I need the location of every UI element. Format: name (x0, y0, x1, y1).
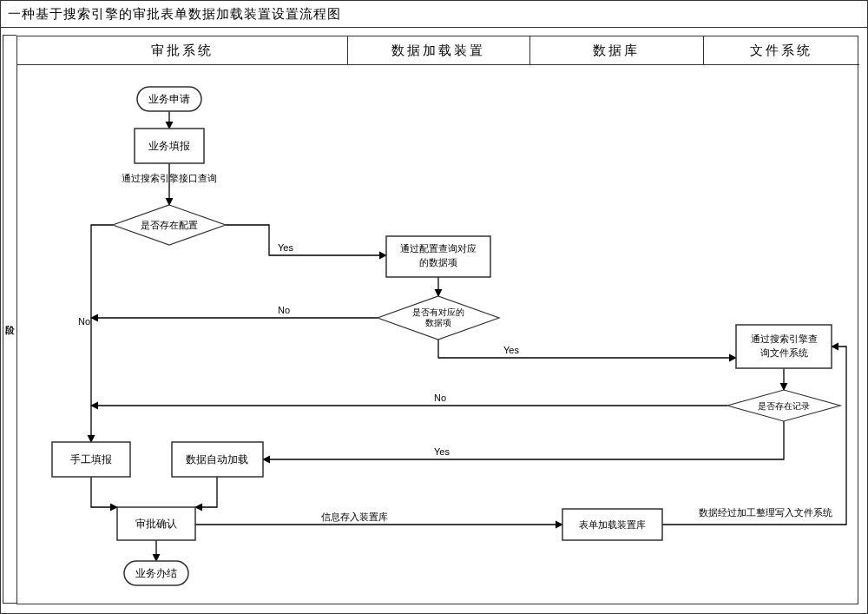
svg-text:是否存在配置: 是否存在配置 (141, 220, 198, 230)
svg-text:表单加载装置库: 表单加载装置库 (579, 519, 646, 530)
page-title: 一种基于搜索引擎的审批表单数据加载装置设置流程图 (1, 1, 867, 28)
svg-text:数据项: 数据项 (425, 318, 451, 327)
lane-header-approval: 审批系统 (17, 36, 347, 65)
node-auto: 数据自动加载 (172, 442, 263, 477)
svg-text:数据自动加载: 数据自动加载 (186, 453, 248, 465)
svg-text:业务申请: 业务申请 (148, 93, 190, 105)
edge-qrec-yes: Yes (263, 421, 784, 459)
node-fsquery: 通过搜索引擎查 询文件系统 (736, 325, 832, 368)
svg-text:业务填报: 业务填报 (148, 140, 190, 152)
edge-label-no: No (78, 316, 90, 327)
edge-label-yes: Yes (503, 345, 519, 355)
edge-label-write: 数据经过加工整理写入文件系统 (699, 507, 832, 518)
edge-qitem-yes: Yes (438, 340, 736, 358)
node-end: 业务办结 (124, 561, 188, 585)
lane-header-loader: 数据加载装置 (347, 36, 529, 65)
svg-rect-19 (736, 325, 832, 368)
edge-label-no: No (278, 305, 290, 315)
svg-text:询文件系统: 询文件系统 (760, 347, 808, 358)
node-lookup: 通过配置查询对应 的数据项 (386, 236, 490, 277)
svg-text:的数据项: 的数据项 (419, 257, 457, 267)
lane-header-filesystem: 文件系统 (703, 36, 859, 65)
edge-label-yes: Yes (434, 446, 450, 457)
svg-text:是否存在记录: 是否存在记录 (758, 401, 810, 411)
edge-label-query: 通过搜索引擎接口查询 (122, 173, 217, 183)
edge-qconf-yes: Yes (226, 225, 386, 255)
svg-text:手工填报: 手工填报 (70, 453, 112, 465)
svg-text:通过配置查询对应: 通过配置查询对应 (400, 243, 477, 254)
edge-db-to-fs: 数据经过加工整理写入文件系统 (662, 347, 846, 525)
node-start: 业务申请 (137, 87, 201, 111)
svg-text:审批确认: 审批确认 (135, 518, 177, 530)
flowchart-svg: 通过搜索引擎接口查询 Yes No (17, 64, 859, 606)
swimlane-container: 阶段 审批系统 数据加载装置 数据库 文件系统 通过搜索 (16, 36, 858, 604)
node-manual: 手工填报 (52, 442, 130, 477)
svg-text:通过搜索引擎查: 通过搜索引擎查 (751, 333, 818, 344)
node-qrec: 是否存在记录 (727, 390, 840, 421)
edge-label-yes: Yes (278, 242, 293, 253)
edge-manual-to-confirm (91, 477, 117, 507)
edge-fill-to-qconf: 通过搜索引擎接口查询 (122, 163, 217, 205)
node-db: 表单加载装置库 (562, 509, 662, 540)
edge-label-no: No (434, 393, 446, 403)
svg-text:业务办结: 业务办结 (135, 567, 177, 579)
lane-header-database: 数据库 (529, 36, 703, 65)
flowchart-page: 一种基于搜索引擎的审批表单数据加载装置设置流程图 阶段 审批系统 数据加载装置 … (0, 0, 868, 614)
edge-qconf-no: No (78, 225, 113, 442)
edge-auto-to-confirm (195, 477, 217, 507)
node-qitem: 是否有对应的 数据项 (378, 296, 499, 340)
node-confirm: 审批确认 (117, 507, 195, 540)
svg-text:是否有对应的: 是否有对应的 (412, 307, 464, 317)
diagram-body: 通过搜索引擎接口查询 Yes No (17, 64, 858, 604)
phase-label: 阶段 (3, 35, 16, 604)
edge-label-save: 信息存入装置库 (321, 512, 388, 522)
edge-qrec-no: No (91, 393, 727, 406)
node-fill: 业务填报 (135, 129, 204, 163)
node-qconf: 是否存在配置 (113, 205, 226, 245)
edge-qitem-no: No (91, 305, 378, 318)
edge-confirm-to-db: 信息存入装置库 (195, 512, 562, 525)
